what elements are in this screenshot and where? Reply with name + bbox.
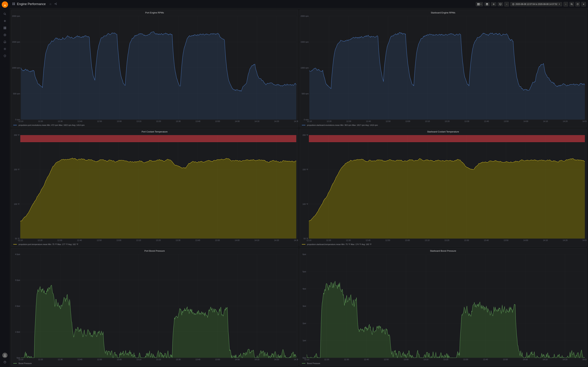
- svg-point-13: [4, 354, 6, 355]
- starboard-rpm-canvas: [300, 15, 587, 123]
- panel-port-boost-legend: Boost Pressure: [11, 362, 298, 366]
- starboard-boost-legend-text: Boost Pressure: [307, 362, 320, 364]
- svg-rect-33: [500, 3, 501, 5]
- main-area: Engine Performance ☆ +: [10, 0, 588, 367]
- svg-point-22: [56, 4, 57, 5]
- svg-rect-6: [4, 27, 5, 28]
- panel-port-boost: Port Boost Pressure Boost Pressure: [11, 248, 298, 366]
- panel-port-rpm-legend: propulsion.port.revolutions.mean Min: 47…: [11, 123, 298, 127]
- svg-rect-9: [5, 28, 6, 29]
- svg-point-21: [55, 4, 55, 4]
- svg-line-24: [55, 4, 56, 4]
- bell-icon[interactable]: [2, 39, 8, 45]
- svg-rect-28: [479, 4, 479, 5]
- svg-rect-17: [14, 3, 15, 4]
- port-rpm-canvas: [11, 15, 298, 123]
- panel-starboard-boost: Starboard Boost Pressure Boost Pressure: [300, 248, 587, 366]
- zoom-out-button[interactable]: [570, 2, 574, 7]
- panel-port-rpm-chart: [11, 15, 298, 123]
- panel-starboard-coolant-chart: [300, 134, 587, 242]
- svg-point-12: [4, 49, 5, 50]
- svg-line-38: [513, 4, 514, 5]
- add-panel-label: +: [480, 3, 481, 5]
- panel-port-coolant-chart: [11, 134, 298, 242]
- panel-starboard-coolant-title: Starboard Coolant Temperature: [300, 129, 587, 134]
- compass-icon[interactable]: [2, 32, 8, 38]
- svg-line-23: [55, 3, 56, 4]
- svg-point-2: [4, 13, 5, 15]
- time-prev-button[interactable]: ‹: [504, 2, 509, 7]
- svg-rect-8: [4, 28, 5, 29]
- svg-line-40: [572, 5, 573, 5]
- panel-port-coolant-title: Port Coolant Temperature: [11, 129, 298, 134]
- grid-icon[interactable]: [2, 25, 8, 31]
- svg-rect-26: [479, 3, 479, 4]
- svg-rect-16: [12, 3, 13, 4]
- panel-starboard-coolant: Starboard Coolant Temperature propulsion…: [300, 129, 587, 246]
- panel-port-rpm-title: Port Engine RPMs: [11, 10, 298, 15]
- svg-point-11: [5, 35, 5, 35]
- starboard-rpm-legend-line: [302, 125, 305, 125]
- svg-text:🔥: 🔥: [3, 3, 7, 7]
- time-range-picker[interactable]: 2020-08-08 12:07:04 to 2020-08-08 14:37:…: [510, 2, 562, 6]
- svg-rect-19: [14, 4, 15, 5]
- cycle-view-button[interactable]: [498, 2, 503, 6]
- port-coolant-legend-line: [13, 244, 17, 244]
- starboard-coolant-legend-text: propulsion.starboard.temperature.mean Mi…: [307, 243, 372, 245]
- time-next-button[interactable]: ›: [563, 2, 568, 7]
- panel-starboard-boost-legend: Boost Pressure: [300, 362, 587, 366]
- panel-starboard-boost-title: Starboard Boost Pressure: [300, 248, 587, 253]
- avatar[interactable]: [2, 353, 8, 358]
- shield-icon[interactable]: [2, 53, 8, 59]
- panel-starboard-rpm-title: Starboard Engine RPMs: [300, 10, 587, 15]
- svg-rect-25: [477, 3, 478, 4]
- plus-icon[interactable]: [2, 18, 8, 24]
- starboard-rpm-legend-text: propulsion.starboard.revolutions.mean Mi…: [307, 124, 378, 126]
- panel-port-coolant: Port Coolant Temperature propulsion.port…: [11, 129, 298, 246]
- port-rpm-legend-line: [13, 125, 17, 125]
- starboard-boost-legend-line: [302, 363, 305, 364]
- favorite-icon[interactable]: ☆: [49, 2, 52, 7]
- panel-port-coolant-legend: propulsion.port.temperature.mean Min: 75…: [11, 242, 298, 246]
- sidebar: 🔥: [0, 0, 10, 367]
- port-rpm-legend-text: propulsion.port.revolutions.mean Min: 47…: [18, 124, 85, 126]
- share-icon[interactable]: [54, 2, 58, 6]
- panel-starboard-rpm-legend: propulsion.starboard.revolutions.mean Mi…: [300, 123, 587, 127]
- svg-rect-31: [486, 4, 488, 5]
- port-boost-legend-text: Boost Pressure: [18, 362, 32, 364]
- starboard-boost-canvas: [300, 253, 587, 362]
- search-icon[interactable]: [2, 11, 8, 17]
- starboard-coolant-legend-line: [302, 244, 305, 244]
- topbar: Engine Performance ☆ +: [10, 0, 588, 8]
- page-title: Engine Performance: [17, 2, 46, 6]
- starboard-coolant-canvas: [300, 134, 587, 242]
- svg-text:?: ?: [4, 361, 5, 363]
- app-logo[interactable]: 🔥: [2, 1, 8, 8]
- panel-starboard-rpm-chart: [300, 15, 587, 123]
- panel-port-rpm: Port Engine RPMs propulsion.port.revolut…: [11, 10, 298, 127]
- add-panel-button[interactable]: +: [476, 2, 483, 6]
- panel-starboard-coolant-legend: propulsion.starboard.temperature.mean Mi…: [300, 242, 587, 246]
- grid-view-icon[interactable]: [12, 2, 16, 6]
- settings-button[interactable]: [491, 2, 496, 6]
- panel-starboard-rpm: Starboard Engine RPMs propulsion.starboa…: [300, 10, 587, 127]
- svg-rect-18: [12, 4, 13, 5]
- svg-rect-30: [486, 3, 488, 4]
- gear-icon[interactable]: [2, 46, 8, 52]
- save-button[interactable]: [484, 2, 490, 6]
- svg-rect-7: [5, 27, 6, 28]
- svg-point-32: [493, 4, 494, 5]
- panel-port-boost-chart: [11, 253, 298, 362]
- dashboard-grid: Port Engine RPMs propulsion.port.revolut…: [10, 8, 588, 367]
- port-coolant-legend-text: propulsion.port.temperature.mean Min: 75…: [18, 243, 78, 245]
- port-boost-canvas: [11, 253, 298, 362]
- svg-point-20: [56, 3, 57, 3]
- time-range-value: 2020-08-08 12:07:04 to 2020-08-08 14:37:…: [515, 3, 557, 5]
- refresh-button[interactable]: [575, 2, 580, 7]
- more-button[interactable]: ▾: [581, 2, 586, 7]
- help-icon[interactable]: ?: [2, 359, 8, 365]
- port-boost-legend-line: [13, 363, 17, 364]
- panel-starboard-boost-chart: [300, 253, 587, 362]
- svg-line-3: [5, 14, 6, 15]
- port-coolant-canvas: [11, 134, 298, 242]
